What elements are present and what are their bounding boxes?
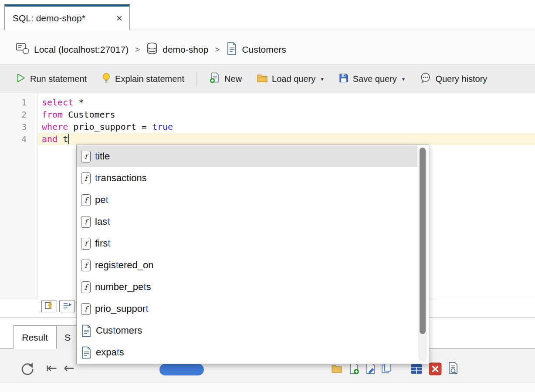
query-toolbar: Run statement Explain statement New Load… [0,64,535,93]
collection-label: Customers [242,44,286,55]
edit-document-icon[interactable] [365,362,376,376]
item-label: number_pets [95,281,151,293]
item-label: last [95,216,110,227]
chevron-down-icon: ▾ [402,76,405,82]
editor-tab[interactable]: SQL: demo-shop* × [4,4,130,30]
collection-icon [81,346,91,359]
new-query-button[interactable]: New [209,72,242,86]
run-statement-button[interactable]: Run statement [16,73,87,85]
autocomplete-item[interactable]: f last [77,211,417,233]
indent-icon [63,302,72,311]
copy-document-icon[interactable] [381,362,392,376]
chevron-separator: > [135,45,140,54]
table-view-icon[interactable] [410,363,423,377]
tab-title: SQL: demo-shop* [13,13,116,24]
text-caret [68,134,69,144]
tab-close-icon[interactable]: × [116,14,122,23]
connection-label: Local (localhost:27017) [34,44,129,55]
autocomplete-item[interactable]: f number_pets [77,276,417,298]
code-line: and t [42,133,173,145]
autocomplete-item[interactable]: Customers [77,320,417,341]
lightning-icon [45,301,54,312]
autocomplete-list: f title f transactions f pet f last f fi… [77,145,417,363]
bulb-icon [102,72,111,86]
breadcrumb-database: demo-shop [146,42,208,57]
breadcrumb: Local (localhost:27017) > demo-shop > Cu… [0,29,535,64]
play-icon [16,73,26,85]
item-label: pet [95,194,108,206]
connection-icon [16,42,29,57]
autocomplete-popup: f title f transactions f pet f last f fi… [76,145,429,364]
item-label: registered_on [95,260,154,271]
line-number: 2 [0,108,37,121]
new-document-icon [209,72,220,86]
autocomplete-item[interactable]: f first [77,233,417,254]
code-line: where prio_support = true [42,121,173,133]
folder-icon [257,73,268,85]
page-size-badge[interactable] [159,364,204,375]
field-icon: f [81,216,91,228]
explain-statement-button[interactable]: Explain statement [102,72,184,86]
code-line: from Customers [42,108,173,121]
delete-icon[interactable] [429,362,442,377]
find-in-results-icon[interactable] [447,362,460,377]
load-query-button[interactable]: Load query ▾ [257,73,324,85]
item-label: prio_support [95,303,148,314]
tab-result[interactable]: Result [13,325,57,349]
save-query-button[interactable]: Save query ▾ [339,73,405,85]
first-page-icon[interactable]: ⇤ [46,361,57,375]
refresh-icon[interactable] [20,362,35,378]
database-label: demo-shop [163,44,208,55]
scrollbar-thumb[interactable] [420,148,426,334]
floppy-icon [339,73,349,85]
prev-page-icon[interactable]: ← [64,361,74,375]
field-icon: f [81,238,91,250]
query-history-button[interactable]: Query history [420,72,487,86]
breadcrumb-collection: Customers [226,42,286,57]
chevron-down-icon: ▾ [321,76,324,82]
add-document-icon[interactable] [349,362,360,376]
item-label: Customers [96,325,142,336]
field-icon: f [81,151,91,162]
code-area: select * from Customers where prio_suppo… [38,96,173,145]
field-icon: f [81,194,91,206]
field-icon: f [81,260,91,271]
match-text: t [105,194,108,205]
autocomplete-item[interactable]: f registered_on [77,254,417,276]
match-text: t [146,303,148,314]
breadcrumb-connection: Local (localhost:27017) [16,42,129,57]
app-window: SQL: demo-shop* × Local (localhost:27017… [0,0,535,392]
scrollbar-track[interactable] [418,147,427,362]
chevron-separator: > [215,45,220,54]
match-text: t [108,238,110,249]
line-number: 3 [0,121,37,133]
item-label: title [95,151,110,162]
toolbar-separator [196,71,197,87]
database-icon [146,42,158,57]
item-label: expats [96,347,124,358]
autocomplete-item[interactable]: f pet [77,189,417,211]
match-text: t [107,216,110,227]
item-label: transactions [95,172,147,184]
line-number: 1 [0,96,37,108]
autocomplete-item[interactable]: f transactions [77,167,417,189]
line-number: 4 [0,133,37,145]
field-icon: f [81,172,91,184]
bottom-strip [0,383,535,392]
editor-gutter: 1 2 3 4 [0,93,37,299]
autocomplete-item[interactable]: expats [77,341,417,363]
collection-icon [81,324,91,337]
field-icon: f [81,281,91,293]
autocomplete-item[interactable]: f prio_support [77,298,417,320]
open-folder-icon[interactable] [331,364,342,375]
collection-icon [226,42,237,57]
autocomplete-item[interactable]: f title [77,145,417,167]
code-line: select * [42,96,173,108]
autocomplete-settings-button[interactable] [41,301,57,312]
history-icon [420,72,431,86]
field-icon: f [81,303,91,315]
format-code-button[interactable] [59,301,75,312]
item-label: first [95,238,110,249]
